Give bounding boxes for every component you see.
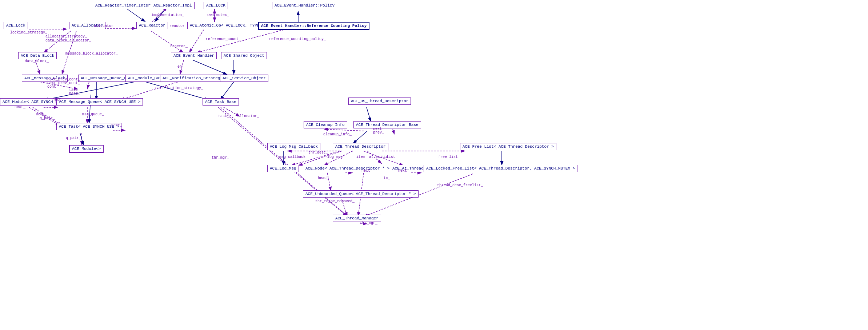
label-thr-mgr: thr_mgr_ (212, 156, 229, 160)
label-own-mutex: own_mutex_ (207, 13, 229, 17)
node-ace-locked-free-list[interactable]: ACE_Locked_Free_List< ACE_Thread_Descrip… (424, 165, 577, 172)
node-ace-node-thread[interactable]: ACE_Node< ACE_Thread_Descriptor * > (303, 165, 392, 172)
label-qpair1: q_pair_ (40, 116, 55, 120)
label-head: head_ (69, 92, 80, 96)
diagram-container: ACE_Lock ACE_Reactor_Timer_Interface ACE… (0, 0, 868, 330)
svg-line-40 (324, 129, 364, 131)
node-ace-reactor[interactable]: ACE_Reactor (136, 22, 168, 29)
label-data-block: data_block_ (25, 59, 49, 63)
label-locking-strategy: locking_strategy_ (10, 31, 47, 35)
label-id: id_ (384, 155, 390, 159)
label-allocator2: allocator_ (237, 114, 259, 118)
label-thr-desc: thr_desc_ (308, 151, 328, 155)
svg-line-24 (120, 82, 178, 100)
label-allocator: allocator_ (94, 24, 116, 28)
label-notification-strategy: notification_strategy_ (155, 86, 203, 90)
node-ace-unbounded-queue[interactable]: ACE_Unbounded_Queue< ACE_Thread_Descript… (303, 190, 419, 198)
node-ace-atomic-op[interactable]: ACE_Atomic_Op< ACE_LOCK, TYPE > (187, 22, 267, 29)
node-ace-log-msg-callback[interactable]: ACE_Log_Msg_Callback (267, 143, 320, 150)
node-ace-thread-descriptor-base[interactable]: ACE_Thread_Descriptor_Base (353, 121, 421, 128)
label-tm: tm_ (384, 176, 390, 180)
node-ace-task-base[interactable]: ACE_Task_Base (203, 98, 239, 106)
node-ace-ref-counting-policy[interactable]: ACE_Event_Handler::Reference_Counting_Po… (258, 22, 369, 30)
svg-line-21 (145, 82, 209, 100)
label-head2: head_ (318, 176, 329, 180)
label-thread-desc-freelist: thread_desc_freelist_ (437, 183, 483, 187)
node-ace-message-queue-synch[interactable]: ACE_Message_Queue< ACE_SYNCH_USE > (56, 98, 143, 106)
label-next1: next_ (52, 98, 63, 102)
node-ace-log-msg[interactable]: ACE_Log_Msg (267, 165, 299, 172)
label-log-msg: log_msg_ (327, 155, 345, 159)
svg-line-4 (127, 9, 145, 22)
node-ace-thread-manager[interactable]: ACE_Thread_Manager (333, 215, 381, 222)
label-cleanup-info: cleanup_info_ (323, 132, 352, 136)
node-ace-module-empty[interactable]: ACE_Module<> (69, 145, 104, 153)
label-at-exit-list: at_exit_list_ (369, 155, 397, 159)
svg-line-41 (353, 131, 367, 144)
node-ace-shared-object[interactable]: ACE_Shared_Object (221, 52, 267, 59)
label-msg-callback: msg_callback_ (279, 155, 308, 159)
label-reference-count: reference_count_ (206, 37, 241, 41)
label-free-list: free_list_ (438, 155, 460, 159)
node-ace-service-object[interactable]: ACE_Service_Object (220, 75, 268, 82)
svg-line-27 (87, 82, 89, 89)
node-ace-free-list[interactable]: ACE_Free_List< ACE_Thread_Descriptor > (460, 143, 556, 150)
label-task: task_ (218, 114, 229, 118)
svg-line-18 (193, 60, 227, 75)
label-data-block-allocator: data_block_allocator_ (45, 39, 91, 43)
label-ref-counting-policy: reference_counting_policy_ (269, 37, 326, 41)
label-qpair2: q_pair_ (66, 136, 81, 140)
label-reactor2: reactor_ (170, 44, 188, 48)
label-message-block-allocator: message_block_allocator_ (65, 52, 118, 56)
svg-line-12 (196, 30, 284, 53)
node-ace-lock2[interactable]: ACE_LOCK (204, 2, 228, 9)
label-reactor: reactor_ (169, 24, 187, 28)
label-mod: mod_ (36, 112, 45, 116)
svg-line-53 (327, 173, 331, 191)
label-next2: next_ (15, 105, 25, 109)
label-cont: cont_ (47, 85, 58, 89)
label-allocator-strategy: allocator_strategy_ (45, 35, 87, 39)
svg-line-38 (367, 107, 371, 122)
node-ace-reactor-impl[interactable]: ACE_Reactor_Impl (151, 2, 195, 9)
label-eh: eh_ (177, 65, 184, 69)
label-thr-mgr2: thr_mgr_ (360, 221, 377, 225)
node-ace-notification-strategy[interactable]: ACE_Notification_Strategy (160, 75, 225, 82)
svg-line-16 (151, 31, 184, 53)
label-next5: next_ (361, 169, 372, 173)
label-msg-queue: msg_queue_ (82, 112, 104, 116)
svg-line-39 (393, 129, 395, 135)
node-ace-data-block[interactable]: ACE_Data_Block (18, 52, 57, 59)
node-ace-cleanup-info[interactable]: ACE_Cleanup_Info (304, 121, 347, 128)
label-next4: next_ (398, 169, 409, 173)
label-prev: prev_ (373, 131, 384, 135)
svg-line-11 (189, 30, 204, 53)
node-ace-os-thread-descriptor[interactable]: ACE_OS_Thread_Descriptor (348, 98, 411, 105)
label-item: item_ (356, 155, 367, 159)
label-thr-to-be-removed: thr_to_be_removed_ (315, 199, 355, 203)
node-ace-thread-descriptor[interactable]: ACE_Thread_Descriptor (333, 143, 388, 150)
node-ace-event-handler-policy[interactable]: ACE_Event_Handler::Policy (272, 2, 337, 9)
node-ace-event-handler[interactable]: ACE_Event_Handler (171, 52, 217, 59)
label-next3: next_ (111, 123, 122, 127)
label-implementation: implementation_ (151, 13, 184, 17)
node-ace-lock[interactable]: ACE_Lock (4, 22, 28, 29)
svg-line-20 (220, 82, 234, 100)
